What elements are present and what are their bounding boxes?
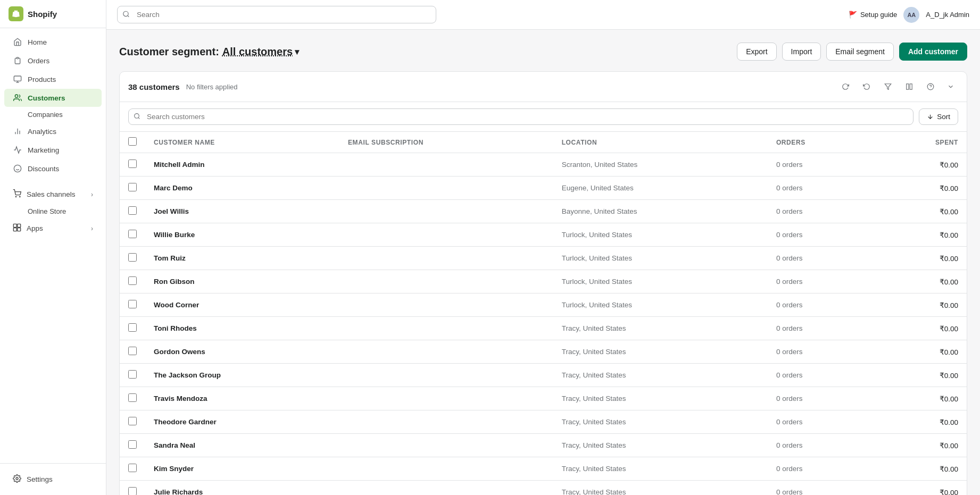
row-checkbox-cell	[120, 177, 145, 200]
email-segment-button[interactable]: Email segment	[826, 43, 894, 61]
segment-name: All customers	[222, 46, 293, 58]
row-checkbox[interactable]	[128, 183, 137, 191]
sidebar-item-label: Orders	[28, 57, 49, 65]
table-row[interactable]: Joel Willis Bayonne, United States 0 ord…	[120, 200, 967, 223]
table-row[interactable]: Sandra Neal Tracy, United States 0 order…	[120, 434, 967, 457]
avatar[interactable]: AA	[903, 7, 919, 23]
row-checkbox-cell	[120, 410, 145, 434]
table-row[interactable]: Travis Mendoza Tracy, United States 0 or…	[120, 387, 967, 410]
row-checkbox[interactable]	[128, 370, 137, 379]
table-row[interactable]: Gordon Owens Tracy, United States 0 orde…	[120, 340, 967, 364]
setup-guide-button[interactable]: 🚩 Setup guide	[849, 11, 897, 19]
settings-icon	[13, 474, 21, 484]
table-row[interactable]: Wood Corner Turlock, United States 0 ord…	[120, 293, 967, 317]
import-button[interactable]: Import	[782, 43, 821, 61]
row-checkbox[interactable]	[128, 206, 137, 215]
admin-name: A_D_jk Admin	[926, 11, 969, 19]
row-orders: 0 orders	[768, 481, 875, 496]
row-orders: 0 orders	[768, 153, 875, 177]
page-header: Customer segment: All customers ▾ Export…	[119, 43, 967, 61]
settings-item[interactable]: Settings	[9, 470, 97, 489]
row-customer-name: Wood Corner	[145, 293, 339, 317]
discounts-icon	[13, 164, 22, 173]
segment-dropdown[interactable]: All customers ▾	[222, 46, 299, 58]
sidebar-item-orders[interactable]: Orders	[4, 52, 102, 70]
row-spent: ₹0.00	[875, 317, 967, 340]
row-location: Tracy, United States	[553, 364, 768, 387]
row-checkbox[interactable]	[128, 393, 137, 402]
refresh-icon-button[interactable]	[837, 78, 854, 95]
row-email-sub	[339, 247, 553, 270]
help-icon-button[interactable]	[922, 78, 939, 95]
home-icon	[13, 37, 22, 47]
svg-point-4	[15, 95, 18, 97]
table-row[interactable]: Theodore Gardner Tracy, United States 0 …	[120, 410, 967, 434]
row-checkbox[interactable]	[128, 230, 137, 238]
select-all-checkbox[interactable]	[128, 137, 137, 146]
table-row[interactable]: Ron Gibson Turlock, United States 0 orde…	[120, 270, 967, 293]
top-bar: 🚩 Setup guide AA A_D_jk Admin	[106, 0, 980, 30]
sidebar-item-customers[interactable]: Customers	[4, 89, 102, 107]
row-checkbox-cell	[120, 247, 145, 270]
sidebar-section-label: Apps	[27, 224, 43, 232]
row-checkbox[interactable]	[128, 417, 137, 425]
svg-rect-14	[18, 224, 21, 227]
table-row[interactable]: Tom Ruiz Turlock, United States 0 orders…	[120, 247, 967, 270]
table-row[interactable]: Toni Rhodes Tracy, United States 0 order…	[120, 317, 967, 340]
sidebar-section-apps[interactable]: Apps ›	[4, 219, 102, 238]
row-checkbox[interactable]	[128, 253, 137, 262]
row-customer-name: Mitchell Admin	[145, 153, 339, 177]
row-customer-name: The Jackson Group	[145, 364, 339, 387]
row-checkbox[interactable]	[128, 464, 137, 472]
sidebar-item-marketing[interactable]: Marketing	[4, 141, 102, 159]
sidebar-item-analytics[interactable]: Analytics	[4, 122, 102, 140]
row-checkbox[interactable]	[128, 300, 137, 308]
table-row[interactable]: Julie Richards Tracy, United States 0 or…	[120, 481, 967, 496]
sales-channels-label-group: Sales channels	[13, 189, 76, 199]
sidebar-item-products[interactable]: Products	[4, 70, 102, 88]
row-checkbox[interactable]	[128, 160, 137, 168]
row-checkbox[interactable]	[128, 276, 137, 285]
filter-icon-button[interactable]	[879, 78, 896, 95]
row-checkbox-cell	[120, 457, 145, 481]
filter-status: No filters applied	[186, 83, 238, 91]
columns-icon-button[interactable]	[901, 78, 918, 95]
add-customer-button[interactable]: Add customer	[899, 43, 967, 61]
table-row[interactable]: Marc Demo Eugene, United States 0 orders…	[120, 177, 967, 200]
table-row[interactable]: Willie Burke Turlock, United States 0 or…	[120, 223, 967, 247]
customers-tbody: Mitchell Admin Scranton, United States 0…	[120, 153, 967, 496]
row-spent: ₹0.00	[875, 364, 967, 387]
row-location: Turlock, United States	[553, 223, 768, 247]
sort-button[interactable]: Sort	[919, 108, 958, 125]
row-checkbox[interactable]	[128, 487, 137, 495]
sidebar-footer: Settings	[0, 463, 106, 495]
row-spent: ₹0.00	[875, 481, 967, 496]
table-row[interactable]: Kim Snyder Tracy, United States 0 orders…	[120, 457, 967, 481]
sidebar-item-companies[interactable]: Companies	[4, 107, 102, 122]
sidebar-item-discounts[interactable]: Discounts	[4, 160, 102, 178]
row-customer-name: Ron Gibson	[145, 270, 339, 293]
customer-search-input[interactable]	[128, 108, 913, 125]
sort-label: Sort	[937, 113, 950, 121]
row-orders: 0 orders	[768, 247, 875, 270]
table-row[interactable]: The Jackson Group Tracy, United States 0…	[120, 364, 967, 387]
col-header-email-subscription: Email subscription	[339, 132, 553, 153]
row-checkbox[interactable]	[128, 323, 137, 332]
global-search-input[interactable]	[117, 6, 436, 23]
row-email-sub	[339, 293, 553, 317]
shopify-logo-icon	[9, 6, 23, 21]
row-checkbox[interactable]	[128, 440, 137, 449]
table-row[interactable]: Mitchell Admin Scranton, United States 0…	[120, 153, 967, 177]
sidebar-item-online-store[interactable]: Online Store	[4, 204, 102, 219]
row-location: Tracy, United States	[553, 387, 768, 410]
sidebar-item-home[interactable]: Home	[4, 33, 102, 51]
export-button[interactable]: Export	[737, 43, 776, 61]
row-spent: ₹0.00	[875, 434, 967, 457]
shopify-logo[interactable]: Shopify	[9, 6, 57, 21]
sidebar-section-sales-channels[interactable]: Sales channels ›	[4, 185, 102, 204]
more-options-button[interactable]	[943, 78, 958, 95]
svg-point-11	[15, 196, 16, 197]
row-orders: 0 orders	[768, 387, 875, 410]
reload-icon-button[interactable]	[858, 78, 875, 95]
row-checkbox[interactable]	[128, 347, 137, 355]
